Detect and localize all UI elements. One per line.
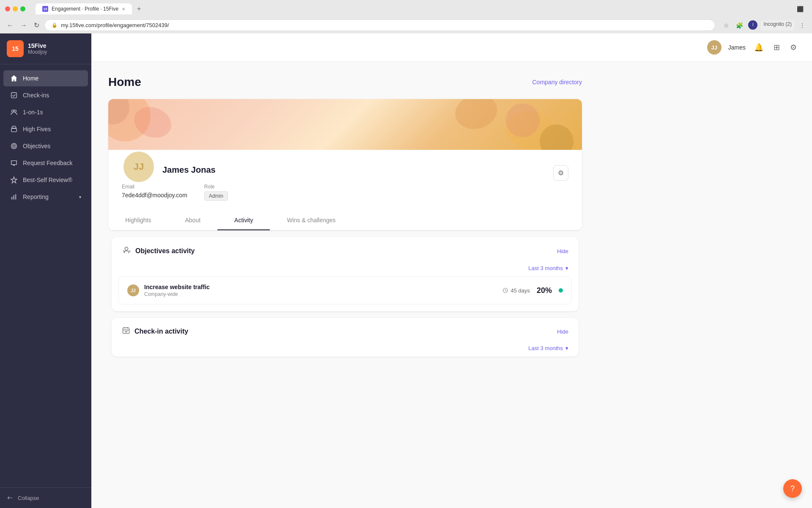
objectives-section-icon [122, 246, 131, 257]
sidebar-item-reporting[interactable]: Reporting ▾ [3, 189, 88, 205]
header-right: JJ James 🔔 ⊞ ⚙ [707, 40, 798, 55]
sidebar-label-highfives: High Fives [23, 126, 51, 133]
tab-favicon: 15 [42, 6, 48, 12]
svg-rect-0 [11, 93, 17, 98]
main-header: JJ James 🔔 ⊞ ⚙ [91, 33, 812, 62]
tab-wins[interactable]: Wins & challenges [270, 211, 352, 230]
profile-tabs: Highlights About Activity Wins & challen… [108, 211, 582, 230]
profile-gear: ⚙ [553, 165, 568, 181]
new-tab-button[interactable]: + [134, 3, 144, 14]
objectives-section-header: Objectives activity Hide [112, 237, 579, 265]
profile-avatar: JJ [122, 150, 156, 184]
bestself-icon [10, 176, 18, 184]
header-avatar: JJ [707, 40, 721, 55]
browser-dots [5, 6, 25, 11]
collapse-label: Collapse [18, 495, 39, 501]
active-browser-tab[interactable]: 15 Engagement · Profile · 15Five ✕ [36, 3, 132, 14]
help-button[interactable]: ? [783, 479, 802, 498]
logo-text: 15 [12, 45, 19, 52]
sidebar-label-requestfeedback: Request Feedback [23, 160, 73, 166]
sidebar-item-home[interactable]: Home [3, 70, 88, 86]
sidebar-item-highfives[interactable]: High Fives [3, 121, 88, 137]
sidebar-item-objectives[interactable]: Objectives [3, 138, 88, 154]
objective-percent: 20% [537, 286, 552, 295]
sidebar-item-requestfeedback[interactable]: Request Feedback [3, 155, 88, 171]
menu-button[interactable]: ⋮ [798, 20, 807, 30]
sidebar-item-1on1s[interactable]: 1-on-1s [3, 104, 88, 120]
role-label: Role [204, 184, 228, 190]
settings-icon[interactable]: ⚙ [788, 41, 798, 54]
sidebar-nav: Home Check-ins 1-on-1s High Fives [0, 64, 91, 487]
maximize-dot[interactable] [20, 6, 25, 11]
tab-highlights[interactable]: Highlights [108, 211, 168, 230]
objective-status-dot [559, 288, 563, 293]
sidebar-item-bestself[interactable]: Best-Self Review® [3, 172, 88, 188]
sidebar-header: 15 15Five Moodjoy [0, 33, 91, 64]
profile-icon[interactable]: I [748, 20, 757, 30]
objectives-filter-label: Last 3 months [528, 265, 563, 271]
role-badge: Admin [204, 191, 228, 201]
tab-about[interactable]: About [168, 211, 217, 230]
checkin-filter-dropdown[interactable]: Last 3 months ▾ [528, 345, 568, 351]
minimize-dot[interactable] [13, 6, 18, 11]
objective-row[interactable]: JJ Increase website traffic Company-wide… [118, 276, 572, 304]
profile-info: JJ James Jonas ⚙ Email 7ede4ddf@moodjoy.… [108, 150, 582, 211]
email-label: Email [122, 184, 187, 190]
notifications-icon[interactable]: 🔔 [752, 41, 765, 54]
incognito-label: Incognito (2) [761, 20, 794, 30]
extension-icon[interactable]: 🧩 [734, 20, 745, 30]
objectives-filter-dropdown[interactable]: Last 3 months ▾ [528, 265, 568, 271]
profile-settings-button[interactable]: ⚙ [553, 165, 568, 181]
email-field: Email 7ede4ddf@moodjoy.com [122, 184, 187, 201]
banner-shape-1 [130, 102, 176, 143]
back-button[interactable]: ← [5, 20, 15, 31]
objectives-section-label: Objectives activity [135, 247, 195, 255]
page-wrapper: Home Company directory JJ James Jonas [91, 62, 599, 370]
sidebar-brand: 15Five Moodjoy [28, 42, 47, 55]
checkin-hide-button[interactable]: Hide [557, 329, 568, 335]
forward-button[interactable]: → [19, 20, 29, 31]
checkin-section-title: Check-in activity [122, 326, 188, 337]
role-field: Role Admin [204, 184, 228, 201]
tab-activity[interactable]: Activity [217, 211, 270, 230]
browser-nav: ← → ↻ 🔒 my.15five.com/profile/engagement… [5, 17, 807, 33]
checkin-filter-label: Last 3 months [528, 345, 563, 351]
page-title: Home [108, 75, 141, 89]
checkin-section-header: Check-in activity Hide [112, 318, 579, 345]
banner-shape-5 [108, 99, 129, 124]
svg-point-10 [125, 247, 128, 250]
objectives-section-title: Objectives activity [122, 246, 195, 257]
window-manage-icon: ⬛ [797, 6, 804, 12]
svg-rect-8 [13, 195, 14, 199]
refresh-button[interactable]: ↻ [32, 19, 41, 31]
sidebar: 15 15Five Moodjoy Home Check-ins [0, 33, 91, 508]
sidebar-label-1on1s: 1-on-1s [23, 109, 43, 116]
grid-icon[interactable]: ⊞ [772, 41, 782, 54]
bookmark-icon[interactable]: ☆ [722, 20, 731, 30]
objective-days: 45 days [502, 287, 530, 294]
objectives-filter: Last 3 months ▾ [112, 265, 579, 276]
highfives-icon [10, 125, 18, 133]
url-text: my.15five.com/profile/engagement/7502439… [61, 22, 169, 28]
checkin-filter-chevron-icon: ▾ [565, 345, 568, 351]
browser-tabs: 15 Engagement · Profile · 15Five ✕ + [36, 3, 144, 14]
brand-name: 15Five [28, 42, 47, 49]
collapse-button[interactable]: Collapse [7, 494, 85, 501]
reporting-chevron-icon: ▾ [79, 195, 81, 199]
objective-title: Increase website traffic [144, 284, 497, 290]
company-directory-link[interactable]: Company directory [532, 79, 582, 86]
objectives-icon [10, 142, 18, 150]
sidebar-item-checkins[interactable]: Check-ins [3, 87, 88, 103]
browser-title-bar: 15 Engagement · Profile · 15Five ✕ + ⬛ [5, 3, 807, 14]
url-bar[interactable]: 🔒 my.15five.com/profile/engagement/75024… [44, 19, 715, 31]
banner-shape-2 [451, 99, 501, 134]
objective-info: Increase website traffic Company-wide [144, 284, 497, 297]
svg-point-1 [12, 110, 14, 112]
tab-close-button[interactable]: ✕ [122, 7, 125, 11]
sidebar-label-bestself: Best-Self Review® [23, 177, 72, 183]
close-dot[interactable] [5, 6, 10, 11]
objective-meta: 45 days 20% [502, 286, 563, 295]
checkins-icon [10, 91, 18, 99]
app-container: 15 15Five Moodjoy Home Check-ins [0, 33, 812, 508]
objectives-hide-button[interactable]: Hide [557, 248, 568, 254]
